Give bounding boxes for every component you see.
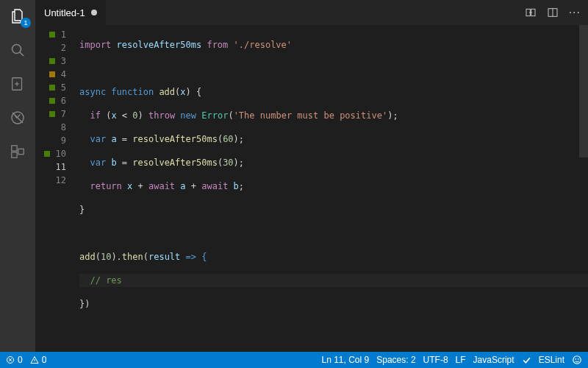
svg-line-6	[12, 113, 23, 123]
editor-area: Untitled-1 ··· 1 2 3 4 5 6 7	[35, 0, 588, 352]
status-language[interactable]: JavaScript	[473, 355, 514, 365]
activity-search[interactable]	[7, 40, 28, 60]
svg-point-21	[578, 359, 578, 360]
explorer-badge: 1	[21, 18, 31, 28]
status-indentation[interactable]: Spaces: 2	[376, 355, 415, 365]
svg-point-19	[573, 356, 581, 364]
status-encoding[interactable]: UTF-8	[423, 355, 448, 365]
code-editor[interactable]: 1 2 3 4 5 6 7 8 9 10 11 12 import resolv…	[35, 25, 588, 352]
svg-point-0	[12, 45, 21, 54]
check-icon	[522, 355, 531, 365]
warning-icon	[30, 355, 39, 364]
status-errors[interactable]: 0	[6, 355, 23, 365]
tab-bar: Untitled-1 ···	[35, 0, 588, 25]
status-cursor-position[interactable]: Ln 11, Col 9	[322, 355, 370, 365]
tab-actions: ···	[517, 0, 588, 25]
status-eol[interactable]: LF	[456, 355, 466, 365]
activity-debug[interactable]	[7, 107, 28, 128]
split-editor-icon[interactable]	[547, 7, 559, 18]
smiley-icon	[572, 355, 582, 365]
error-icon	[6, 355, 15, 364]
diff-added-icon	[10, 76, 26, 92]
line-gutter: 1 2 3 4 5 6 7 8 9 10 11 12	[35, 25, 79, 352]
extensions-icon	[10, 144, 26, 160]
activity-extensions[interactable]	[7, 141, 28, 162]
compare-changes-icon[interactable]	[525, 7, 537, 18]
activity-source-control[interactable]	[7, 74, 28, 94]
scrollbar-thumb[interactable]	[579, 25, 588, 158]
status-feedback[interactable]	[572, 355, 582, 365]
tab-dirty-indicator	[91, 10, 97, 15]
svg-line-1	[20, 52, 24, 56]
svg-rect-7	[12, 146, 17, 151]
svg-rect-8	[12, 152, 17, 158]
status-warnings[interactable]: 0	[30, 355, 47, 365]
tab-title: Untitled-1	[44, 7, 85, 18]
code-content[interactable]: import resolveAfter50ms from './resolve'…	[79, 25, 588, 352]
activity-bar: 1	[0, 0, 35, 352]
status-eslint-check[interactable]	[522, 355, 531, 365]
more-actions-icon[interactable]: ···	[569, 6, 581, 19]
status-bar: 0 0 Ln 11, Col 9 Spaces: 2 UTF-8 LF Java…	[0, 352, 588, 368]
status-eslint[interactable]: ESLint	[539, 355, 564, 365]
activity-explorer[interactable]: 1	[7, 6, 28, 26]
svg-point-20	[576, 359, 576, 360]
svg-rect-9	[18, 149, 24, 154]
debug-icon	[9, 109, 26, 127]
search-icon	[9, 41, 26, 59]
editor-scrollbar[interactable]	[579, 25, 588, 352]
tab-untitled[interactable]: Untitled-1	[35, 0, 106, 25]
